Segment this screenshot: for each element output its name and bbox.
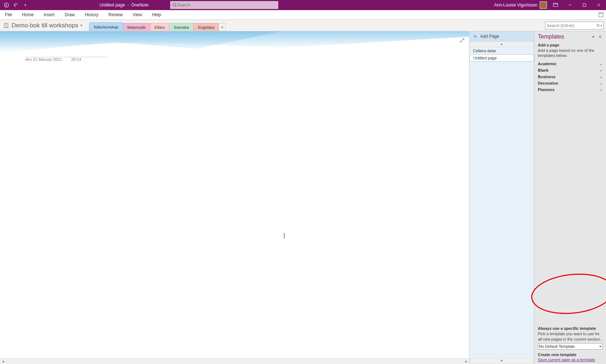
section-tab-0[interactable]: Naturkunskap (89, 22, 123, 31)
full-page-view-button[interactable] (596, 10, 606, 19)
template-category-decorative[interactable]: Decorative⌄ (534, 80, 606, 86)
close-pane-button[interactable]: ✕ (597, 35, 603, 39)
close-button[interactable] (592, 0, 606, 10)
svg-rect-4 (599, 13, 603, 17)
back-button[interactable] (2, 1, 11, 9)
default-template-select[interactable]: No Default Template ▾ (538, 343, 602, 350)
notebook-row: Demo-bok till workshops ▾ NaturkunskapMa… (0, 20, 606, 31)
page-item-1[interactable]: Untitled page (469, 54, 534, 62)
scroll-right-icon[interactable]: ▸ (463, 359, 469, 363)
add-page-heading: Add a page (534, 41, 606, 48)
svg-rect-3 (583, 4, 586, 6)
page-title-input[interactable] (25, 46, 108, 57)
minimize-button[interactable] (563, 0, 577, 10)
search-input[interactable] (547, 23, 597, 28)
task-pane-options[interactable]: ▾ (590, 35, 597, 39)
section-tab-2[interactable]: Ellära (150, 23, 169, 31)
tab-history[interactable]: History (80, 10, 103, 19)
template-category-academic[interactable]: Academic⌄ (534, 60, 606, 67)
tab-help[interactable]: Help (147, 10, 166, 19)
chevron-down-icon: ⌄ (600, 62, 602, 66)
ribbon-display-options[interactable] (548, 0, 563, 10)
expand-icon[interactable] (460, 38, 465, 44)
chevron-down-icon: ⌄ (600, 87, 602, 91)
search-box[interactable]: ▾ (545, 22, 604, 30)
tab-draw[interactable]: Draw (59, 10, 80, 19)
search-icon (172, 3, 177, 7)
always-use-desc: Pick a template you want to use for all … (538, 331, 602, 342)
section-tab-3[interactable]: Svenska (169, 23, 194, 31)
template-category-business[interactable]: Business⌄ (534, 73, 606, 80)
horizontal-scrollbar[interactable]: ◂ ▸ (0, 358, 469, 364)
user-name-label[interactable]: Ann-Louise Vigortsson (494, 3, 538, 8)
svg-point-0 (4, 3, 9, 7)
add-page-button[interactable]: Add Page (469, 31, 534, 41)
chevron-down-icon: ▾ (80, 23, 83, 28)
qat-customize-button[interactable]: ▾ (21, 1, 30, 9)
save-as-template-link[interactable]: Save current page as a template (538, 358, 602, 362)
undo-button[interactable] (12, 1, 20, 9)
svg-point-6 (597, 24, 599, 26)
template-category-planners[interactable]: Planners⌄ (534, 86, 606, 93)
title-bar: ▾ Untitled page - OneNote Ann-Louise Vig… (0, 0, 606, 10)
chevron-down-icon: ⌄ (600, 75, 602, 78)
notebook-selector[interactable]: Demo-bok till workshops ▾ (0, 20, 86, 31)
plus-icon (473, 34, 477, 39)
default-template-value: No Default Template (539, 344, 575, 349)
add-section-button[interactable]: + (218, 23, 226, 31)
templates-pane: Templates ▾ ✕ Add a page Add a page base… (534, 31, 606, 364)
app-name-text: OneNote (131, 3, 149, 8)
section-tab-1[interactable]: Matematik (123, 23, 150, 31)
tab-insert[interactable]: Insert (39, 10, 59, 19)
tab-view[interactable]: View (128, 10, 147, 19)
templates-title: Templates (538, 33, 590, 40)
notebook-icon (4, 23, 9, 28)
window-title: Untitled page - OneNote (30, 3, 149, 8)
page-date: den 21 februari 2021 (25, 57, 62, 62)
create-template-heading: Create new template (538, 352, 602, 357)
page-title-text: Untitled page (99, 3, 125, 8)
scroll-left-icon[interactable]: ◂ (0, 359, 6, 363)
ribbon: File Home Insert Draw History Review Vie… (0, 10, 606, 20)
search-scope-dropdown[interactable]: ▾ (601, 24, 602, 27)
svg-point-1 (173, 3, 176, 6)
chevron-down-icon: ⌄ (600, 81, 602, 85)
always-use-heading: Always use a specific template (538, 326, 602, 331)
tell-me-input[interactable] (177, 3, 276, 8)
avatar[interactable] (540, 1, 547, 9)
page-canvas[interactable]: den 21 februari 2021 20:14 ◂ ▸ (0, 31, 469, 364)
scroll-down-icon[interactable]: ▾ (469, 358, 534, 364)
chevron-down-icon: ▾ (600, 345, 601, 348)
page-datetime: den 21 februari 2021 20:14 (25, 57, 81, 62)
tell-me-search[interactable] (170, 1, 278, 9)
svg-rect-2 (553, 3, 558, 6)
page-list-pane: Add Page ▴ Cellens delarUntitled page ▾ (469, 31, 534, 364)
search-icon (597, 23, 600, 28)
add-page-label: Add Page (480, 34, 499, 39)
tab-file[interactable]: File (0, 10, 17, 19)
text-cursor (284, 233, 284, 239)
add-page-desc: Add a page based on one of the templates… (534, 48, 606, 60)
page-item-0[interactable]: Cellens delar (469, 47, 534, 54)
main: den 21 februari 2021 20:14 ◂ ▸ Add Page … (0, 31, 606, 364)
section-tab-4[interactable]: Engelska (193, 23, 219, 31)
scroll-up-icon[interactable]: ▴ (469, 41, 534, 47)
page-time: 20:14 (71, 57, 81, 62)
chevron-down-icon: ⌄ (600, 68, 602, 72)
section-tabs: NaturkunskapMatematikElläraSvenskaEngels… (86, 20, 226, 31)
maximize-button[interactable] (577, 0, 592, 10)
notebook-name: Demo-bok till workshops (12, 22, 78, 29)
tab-home[interactable]: Home (17, 10, 39, 19)
tab-review[interactable]: Review (103, 10, 128, 19)
template-category-blank[interactable]: Blank⌄ (534, 67, 606, 73)
